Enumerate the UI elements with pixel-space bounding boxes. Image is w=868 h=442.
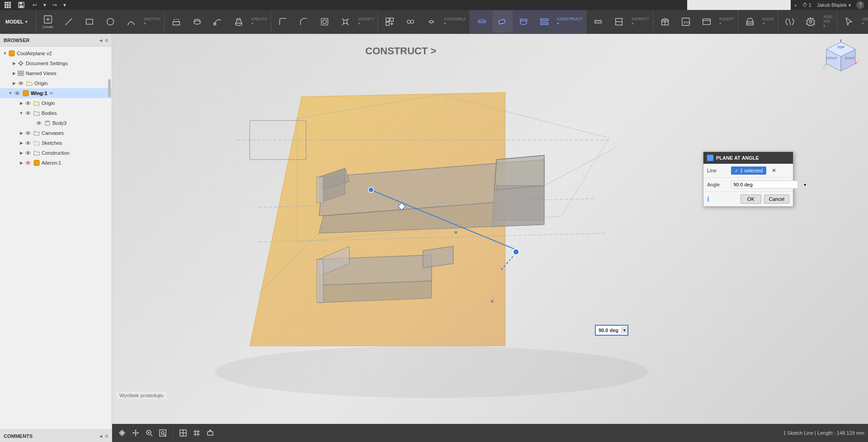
svg-rect-45 bbox=[540, 19, 548, 21]
tree-item-origin-wing[interactable]: ▶ Origin bbox=[0, 98, 112, 108]
comments-toggle[interactable]: ◂ bbox=[99, 433, 102, 439]
tree-item-aileron1[interactable]: ▶ Aileron:1 bbox=[0, 158, 112, 168]
tree-item-doc-settings[interactable]: ▶ Document Settings bbox=[0, 58, 112, 68]
addins-manager-button[interactable] bbox=[801, 11, 821, 33]
sketch-create-button[interactable]: Create bbox=[38, 11, 58, 33]
measure-button[interactable] bbox=[588, 11, 608, 33]
tangent-plane-button[interactable] bbox=[514, 11, 533, 33]
comments-expand[interactable]: ≡ bbox=[105, 433, 108, 439]
loft-button[interactable] bbox=[229, 11, 249, 33]
section-analysis-button[interactable] bbox=[609, 11, 629, 33]
insert-canvas-button[interactable] bbox=[697, 11, 717, 33]
svg-rect-2 bbox=[9, 2, 11, 4]
grid-display-button[interactable] bbox=[190, 427, 203, 439]
sketch-group: Create SKETCH ▾ bbox=[36, 10, 165, 33]
undo-button[interactable]: ↩ bbox=[31, 1, 39, 9]
dialog-info-icon[interactable]: ℹ bbox=[707, 195, 709, 203]
tree-label-aileron1: Aileron:1 bbox=[42, 160, 61, 166]
joint-button[interactable] bbox=[401, 11, 420, 33]
tree-label-bodies: Bodies bbox=[42, 110, 57, 116]
revolve-button[interactable] bbox=[187, 11, 207, 33]
help-button[interactable]: ? bbox=[856, 1, 864, 9]
dialog-line-selected-button[interactable]: ✓ 1 selected bbox=[731, 166, 766, 175]
svg-rect-42 bbox=[499, 19, 505, 24]
scale-button[interactable] bbox=[335, 11, 355, 33]
viewport-cube-svg: TOP RIGHT FRONT X Y Z bbox=[823, 38, 859, 75]
zoom-window-button[interactable] bbox=[156, 427, 169, 439]
pan-button[interactable] bbox=[129, 427, 142, 439]
redo-arrow[interactable]: ▾ bbox=[61, 1, 69, 9]
top-menu-bar: ↩ ▾ ↪ ▾ bbox=[0, 0, 687, 10]
extrude-button[interactable] bbox=[166, 11, 186, 33]
tree-item-origin-root[interactable]: ▶ Origin bbox=[0, 78, 112, 88]
tree-label-origin-wing: Origin bbox=[42, 100, 55, 106]
record-button[interactable]: ● bbox=[794, 3, 797, 8]
save-icon[interactable] bbox=[17, 1, 25, 9]
tree-arrow: ▼ bbox=[7, 91, 14, 95]
svg-rect-104 bbox=[317, 177, 323, 203]
tree-item-root[interactable]: ▼ CoolAirplane v2 bbox=[0, 48, 112, 58]
offset-plane-button[interactable] bbox=[472, 11, 492, 33]
tree-item-wing1[interactable]: ▼ Wing:1 👁 bbox=[0, 88, 112, 98]
sidebar-scrollbar[interactable] bbox=[108, 79, 111, 97]
scripts-button[interactable] bbox=[780, 11, 800, 33]
select-tool-button[interactable] bbox=[839, 11, 859, 33]
tree-item-canvases[interactable]: ▶ Canvases bbox=[0, 128, 112, 138]
chamfer-button[interactable] bbox=[294, 11, 314, 33]
undo-arrow[interactable]: ▾ bbox=[41, 1, 49, 9]
svg-line-15 bbox=[66, 19, 72, 25]
svg-rect-11 bbox=[19, 5, 23, 8]
svg-line-30 bbox=[347, 19, 349, 20]
tree-arrow: ▶ bbox=[11, 71, 17, 76]
tree-item-named-views[interactable]: ▶ Named Views bbox=[0, 68, 112, 78]
svg-text:SVG: SVG bbox=[683, 20, 690, 24]
sketch-line-button[interactable] bbox=[59, 11, 79, 33]
redo-button[interactable]: ↪ bbox=[51, 1, 59, 9]
sweep-button[interactable] bbox=[208, 11, 228, 33]
insert-group: SVG INSERT ▾ bbox=[653, 10, 738, 33]
wing-lock-icon[interactable]: 👁 bbox=[49, 91, 54, 96]
motion-link-button[interactable] bbox=[421, 11, 441, 33]
sketch-arc-button[interactable] bbox=[121, 11, 141, 33]
visual-style-button[interactable] bbox=[204, 427, 217, 439]
dialog-angle-input[interactable] bbox=[731, 181, 798, 189]
tree-item-bodies[interactable]: ▼ Bodies bbox=[0, 108, 112, 118]
orbit-button[interactable] bbox=[116, 427, 128, 439]
tree-item-body3[interactable]: ▶ Body3 bbox=[0, 118, 112, 128]
dialog-clear-button[interactable]: ✕ bbox=[772, 167, 776, 174]
tree-arrow: ▶ bbox=[18, 161, 24, 165]
display-mode-button[interactable] bbox=[177, 427, 189, 439]
tree-item-construction[interactable]: ▶ Construction bbox=[0, 148, 112, 158]
dialog-cancel-button[interactable]: Cancel bbox=[764, 195, 789, 204]
canvas-angle-dropdown[interactable]: ▾ bbox=[621, 327, 627, 333]
browser-toggle[interactable]: ◂ bbox=[99, 37, 102, 43]
viewport-cube[interactable]: TOP RIGHT FRONT X Y Z bbox=[823, 38, 859, 75]
main-canvas[interactable]: Wyróbek prostokątu CONSTRUCT > 90.0 deg … bbox=[112, 34, 868, 424]
user-name[interactable]: Jakub Błądek ▾ bbox=[817, 2, 851, 8]
3dprint-button[interactable] bbox=[740, 11, 760, 33]
sketch-rect-button[interactable] bbox=[80, 11, 99, 33]
svg-rect-96 bbox=[34, 160, 39, 166]
midplane-button[interactable] bbox=[534, 11, 554, 33]
modify-group-label: MODIFY ▾ bbox=[356, 17, 376, 27]
sketch-circle-button[interactable] bbox=[100, 11, 120, 33]
fillet-button[interactable] bbox=[273, 11, 293, 33]
grid-icon[interactable] bbox=[4, 1, 12, 9]
canvas-angle-input[interactable]: 90.0 deg ▾ bbox=[595, 325, 628, 336]
create-group-label: CREATE ▾ bbox=[250, 17, 269, 27]
plane-at-angle-button[interactable] bbox=[493, 11, 513, 33]
tree-item-sketches[interactable]: ▶ Sketches bbox=[0, 138, 112, 148]
new-component-button[interactable] bbox=[380, 11, 400, 33]
zoom-button[interactable] bbox=[143, 427, 156, 439]
dialog-ok-button[interactable]: OK bbox=[741, 195, 761, 204]
canvas-angle-value[interactable]: 90.0 deg bbox=[596, 327, 621, 334]
insert-mesh-button[interactable] bbox=[655, 11, 675, 33]
timer-icon[interactable]: ⏱ 1 bbox=[802, 2, 811, 8]
browser-expand[interactable]: ≡ bbox=[105, 37, 108, 43]
shell-button[interactable] bbox=[315, 11, 335, 33]
create-group: CREATE ▾ bbox=[165, 10, 272, 33]
dialog-angle-dropdown[interactable]: ▾ bbox=[802, 181, 808, 189]
dialog-plane-icon bbox=[707, 155, 713, 161]
model-selector[interactable]: MODEL ▾ bbox=[0, 10, 36, 33]
insert-svg-button[interactable]: SVG bbox=[676, 11, 696, 33]
